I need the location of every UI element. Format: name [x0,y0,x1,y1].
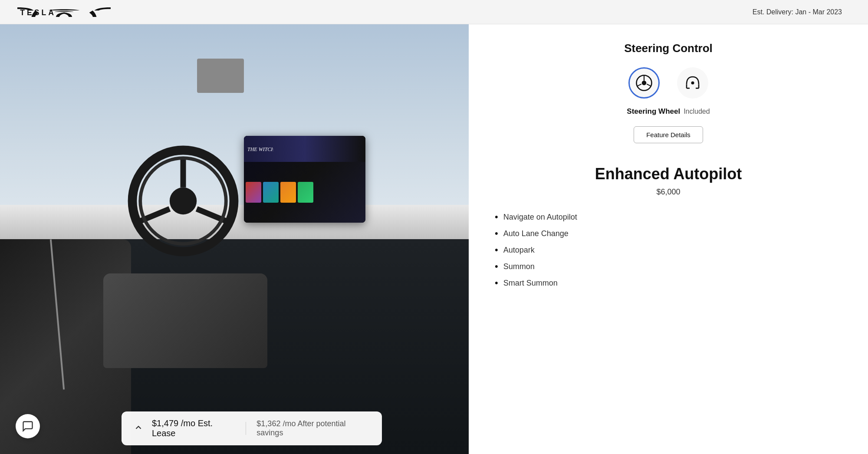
steering-wheel-icon [635,74,653,92]
lease-bar: $1,479 /mo Est. Lease $1,362 /mo After p… [122,411,382,445]
tesla-logo: TESLA [17,7,111,17]
est-delivery: Est. Delivery: Jan - Mar 2023 [753,8,851,16]
svg-line-11 [637,84,641,86]
included-badge: Included [684,108,710,115]
svg-point-17 [691,82,694,85]
svg-point-2 [169,188,196,214]
screen-top-area: THE WITCHER [244,136,365,162]
svg-line-12 [647,84,651,86]
center-touchscreen: THE WITCHER [244,136,365,223]
after-savings: $1,362 /mo After potential savings [256,419,370,438]
steering-wheel-option[interactable] [628,67,660,99]
autopilot-feature-list: Navigate on Autopilot Auto Lane Change A… [495,209,842,291]
rearview-mirror [197,59,244,93]
chevron-up-button[interactable] [134,423,143,434]
feature-smart-summon: Smart Summon [495,275,842,291]
yoke-icon-container [677,67,708,99]
feature-autopark: Autopark [495,242,842,258]
chat-icon [22,420,34,432]
lease-price: $1,479 /mo Est. Lease [152,418,235,438]
header: TESLA Est. Delivery: Jan - Mar 2023 [0,0,868,24]
feature-navigate-on-autopilot: Navigate on Autopilot [495,209,842,225]
game-tile-1 [246,182,261,203]
car-image-section: THE WITCHER [0,24,469,454]
lease-divider [246,422,246,435]
svg-point-9 [642,81,647,86]
svg-text:THE WITCHER: THE WITCHER [247,146,273,152]
main-content: THE WITCHER [0,24,868,454]
autopilot-title: Enhanced Autopilot [495,165,842,183]
armrest-console [103,273,267,368]
steering-options [495,67,842,99]
screen-bottom-area [244,162,365,223]
feature-summon: Summon [495,258,842,275]
svg-text:TESLA: TESLA [20,8,56,16]
steering-wheel-label: Steering Wheel [627,107,680,116]
autopilot-section: Enhanced Autopilot $6,000 Navigate on Au… [495,165,842,291]
chat-button[interactable] [16,414,40,438]
autopilot-price: $6,000 [495,188,842,197]
steering-wheel-icon-container [628,67,660,99]
right-config-panel: Steering Control [469,24,868,454]
game-tile-3 [280,182,296,203]
feature-details-button[interactable]: Feature Details [634,126,703,143]
steering-control-title: Steering Control [495,42,842,55]
steering-label-row: Steering Wheel Included [495,107,842,116]
feature-auto-lane-change: Auto Lane Change [495,225,842,242]
game-tile-2 [263,182,279,203]
tesla-logo-svg: TESLA [17,7,111,17]
steering-wheel-image [127,145,240,257]
chevron-up-icon [134,423,143,432]
game-tile-4 [298,182,313,203]
yoke-option[interactable] [677,67,708,99]
yoke-icon [684,74,702,92]
